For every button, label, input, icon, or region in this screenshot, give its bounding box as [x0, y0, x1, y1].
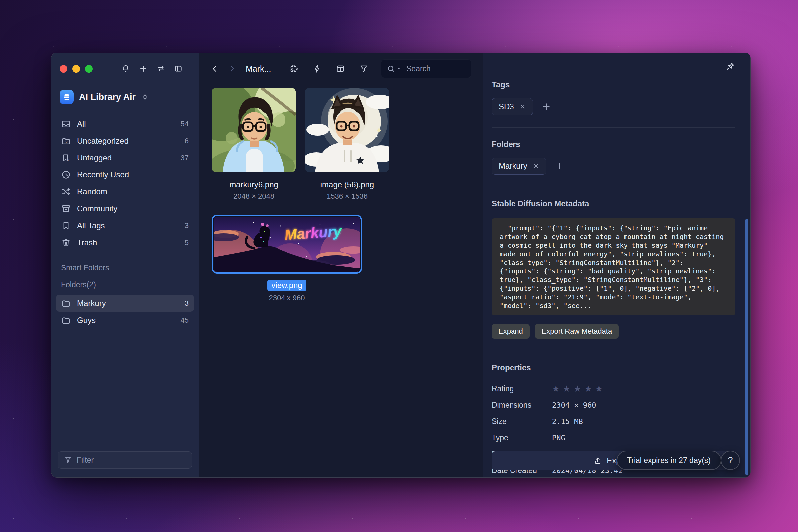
- sidebar-item-count: 54: [181, 120, 189, 128]
- inspector-header: [492, 53, 735, 80]
- trash-icon: [61, 238, 71, 248]
- sidebar-item-count: 6: [185, 137, 189, 145]
- sidebar-item-all-tags[interactable]: All Tags 3: [56, 217, 194, 234]
- filter-funnel-icon[interactable]: [359, 64, 368, 73]
- zoom-button[interactable]: [85, 65, 93, 73]
- property-value: 2.15 MB: [552, 417, 583, 426]
- sidebar-item-label: Uncategorized: [77, 136, 129, 146]
- folder-item-markury[interactable]: Markury 3: [56, 295, 194, 312]
- filter-input[interactable]: [77, 456, 186, 464]
- folder-item-label: Guys: [77, 316, 96, 325]
- gallery-item-filename: image (56).png: [320, 180, 374, 189]
- plugin-puzzle-icon[interactable]: [289, 64, 299, 73]
- folders-section-title: Folders: [492, 139, 735, 149]
- folder-item-count: 45: [181, 316, 189, 325]
- notifications-bell-icon[interactable]: [121, 64, 130, 73]
- sidebar-item-label: Community: [77, 204, 117, 213]
- trial-expiry-notice: Trial expires in 27 day(s): [616, 451, 721, 470]
- export-raw-metadata-button[interactable]: Export Raw Metadata: [535, 324, 619, 339]
- folder-chip-label: Markury: [498, 162, 528, 171]
- metadata-section-title: Stable Diffusion Metadata: [492, 199, 735, 208]
- bookmark-question-icon: [61, 153, 71, 163]
- inspector-panel: Tags SD3 Folders Markury Stable Diffusio…: [482, 53, 750, 477]
- sidebar-item-untagged[interactable]: Untagged 37: [56, 149, 194, 166]
- transfer-arrows-icon[interactable]: [156, 64, 165, 73]
- sidebar-item-label: All Tags: [77, 221, 105, 230]
- layout-view-icon[interactable]: [336, 64, 345, 73]
- library-switcher[interactable]: AI Library Air: [51, 90, 199, 104]
- inbox-tray-icon: [61, 119, 71, 129]
- property-row-type: Type PNG: [492, 430, 735, 446]
- folder-item-label: Markury: [77, 299, 106, 308]
- tags-section-title: Tags: [492, 80, 735, 89]
- gallery-item-dimensions: 2048 × 2048: [233, 192, 274, 201]
- sidebar-item-count: 3: [185, 221, 189, 230]
- property-label: Type: [492, 433, 552, 442]
- sidebar-filter: [58, 451, 192, 469]
- sidebar-item-uncategorized[interactable]: Uncategorized 6: [56, 132, 194, 149]
- library-icon: [60, 90, 74, 104]
- back-button[interactable]: [210, 64, 219, 73]
- forward-button[interactable]: [228, 64, 236, 73]
- add-tag-button[interactable]: [542, 102, 551, 111]
- content-toolbar: Mark...: [199, 53, 482, 85]
- filter-funnel-icon: [64, 456, 72, 464]
- sidebar-item-label: Trash: [77, 238, 97, 247]
- add-plus-icon[interactable]: [139, 64, 148, 73]
- tag-chip-sd3[interactable]: SD3: [492, 98, 533, 115]
- search-scope-chevron-icon[interactable]: [397, 66, 402, 72]
- gallery-thumbnail-view[interactable]: Markury Markury: [212, 215, 362, 274]
- folder-chip-markury[interactable]: Markury: [492, 157, 546, 175]
- property-row-dimensions: Dimensions 2304 × 960: [492, 397, 735, 413]
- search-icon[interactable]: [386, 64, 395, 73]
- upload-icon: [593, 456, 602, 465]
- sidebar-nav: All 54 Uncategorized 6 Untagged 37 Recen…: [56, 115, 194, 251]
- window-controls: [60, 65, 93, 73]
- divider: [492, 350, 735, 351]
- bookmark-icon: [61, 221, 71, 231]
- clock-icon: [61, 170, 71, 180]
- add-folder-button[interactable]: [555, 162, 564, 171]
- property-value: 2304 × 960: [552, 401, 596, 410]
- property-label: Rating: [492, 384, 552, 394]
- sidebar-item-trash[interactable]: Trash 5: [56, 234, 194, 251]
- gallery-thumbnail-markury6[interactable]: [212, 88, 296, 172]
- sidebar-item-recently-used[interactable]: Recently Used: [56, 166, 194, 183]
- library-name: AI Library Air: [79, 92, 136, 102]
- property-row-rating: Rating ★★★★★: [492, 381, 735, 397]
- sidebar-item-label: Recently Used: [77, 170, 129, 179]
- sidebar-item-random[interactable]: Random: [56, 183, 194, 200]
- sidebar-item-all[interactable]: All 54: [56, 115, 194, 132]
- property-row-size: Size 2.15 MB: [492, 413, 735, 430]
- archive-download-icon: [61, 204, 71, 214]
- sidebar-item-community[interactable]: Community: [56, 200, 194, 217]
- rating-stars[interactable]: ★★★★★: [552, 384, 606, 394]
- help-button[interactable]: ?: [721, 451, 740, 470]
- property-label: Dimensions: [492, 401, 552, 410]
- gallery-item-filename-editing[interactable]: view.png: [267, 280, 306, 291]
- properties-section-title: Properties: [492, 363, 735, 372]
- remove-tag-icon[interactable]: [519, 103, 526, 110]
- gallery-item-dimensions: 2304 x 960: [269, 294, 305, 302]
- toggle-sidebar-icon[interactable]: [174, 64, 183, 73]
- sidebar-item-label: Untagged: [77, 153, 112, 163]
- pin-icon[interactable]: [725, 61, 735, 72]
- folder-item-guys[interactable]: Guys 45: [56, 312, 194, 329]
- search-input[interactable]: [406, 64, 466, 73]
- breadcrumb[interactable]: Mark...: [246, 64, 271, 74]
- lightning-actions-icon[interactable]: [312, 64, 322, 73]
- divider: [492, 127, 735, 128]
- search-box: [381, 59, 471, 78]
- scrollbar-thumb[interactable]: [745, 219, 748, 475]
- section-folders: Folders(2): [61, 281, 189, 289]
- folder-question-icon: [61, 136, 71, 146]
- remove-folder-icon[interactable]: [533, 163, 539, 169]
- gallery-thumbnail-image56[interactable]: [305, 88, 389, 172]
- close-button[interactable]: [60, 65, 68, 73]
- gallery: markury6.png 2048 × 2048: [199, 85, 482, 316]
- metadata-code-block: "prompt": "{"1": {"inputs": {"string": "…: [492, 218, 735, 315]
- expand-button[interactable]: Expand: [492, 324, 530, 339]
- minimize-button[interactable]: [73, 65, 80, 73]
- sidebar-titlebar: [51, 53, 199, 85]
- folders-list: Markury 3 Guys 45: [56, 295, 194, 329]
